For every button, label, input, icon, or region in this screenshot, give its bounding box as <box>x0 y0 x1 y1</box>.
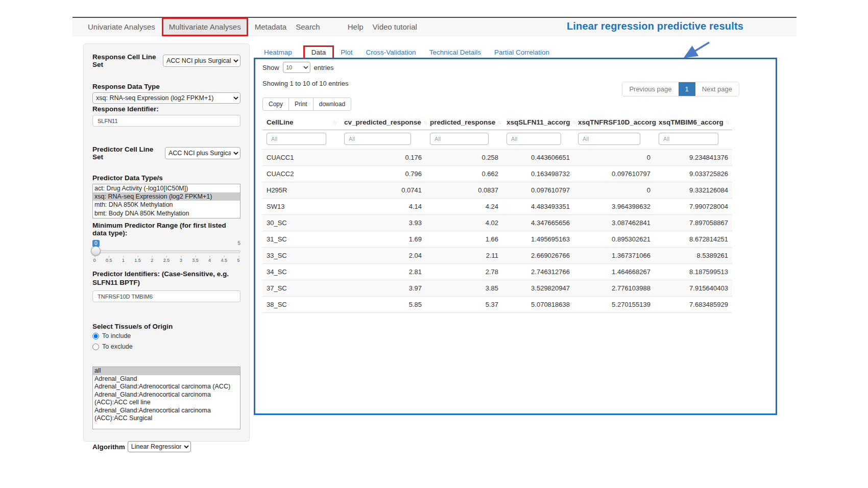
value-cell: 9.033725826 <box>655 166 732 182</box>
tissue-origin-option[interactable]: all <box>93 367 240 375</box>
sort-arrows-icon: ↑↓ <box>572 119 575 125</box>
results-table: CellLine↑↓cv_predicted_response↑↓predict… <box>262 114 732 313</box>
tab-heatmap[interactable]: Heatmap <box>264 48 292 56</box>
table-row: 33_SC2.042.112.6690267661.3673710668.538… <box>262 248 732 264</box>
slider-handle[interactable] <box>91 246 101 256</box>
value-cell: 4.14 <box>340 199 426 215</box>
column-header-xsqslfn11_accorg[interactable]: xsqSLFN11_accorg↑↓ <box>502 114 574 130</box>
column-header-label: xsqTMBIM6_accorg <box>659 118 724 126</box>
column-header-cellline[interactable]: CellLine↑↓ <box>262 114 340 130</box>
value-cell: 4.02 <box>426 215 502 231</box>
value-cell: 2.04 <box>340 248 426 264</box>
value-cell: 8.187599513 <box>655 264 732 280</box>
page-length-select[interactable]: 10 <box>283 62 310 73</box>
cell-line-name: SW13 <box>262 199 340 215</box>
response-cell-line-set-select[interactable]: ACC NCI plus Surgical <box>163 55 240 67</box>
nav-multivariate-analyses[interactable]: Multivariate Analyses <box>162 17 248 36</box>
tissue-origin-option[interactable]: Adrenal_Gland:Adrenocortical carcinoma (… <box>93 383 240 391</box>
column-filter-input-xsqslfn11_accorg[interactable] <box>507 133 561 145</box>
show-entries-prefix: Show <box>262 64 279 71</box>
column-filter-input-cellline[interactable] <box>267 133 326 145</box>
slider-tick-label: 1 <box>122 258 125 263</box>
tab-data[interactable]: Data <box>303 45 334 59</box>
tissue-origin-option[interactable]: Adrenal_Gland:Adrenocortical carcinoma (… <box>93 407 240 423</box>
tab-technical-details[interactable]: Technical Details <box>429 48 481 56</box>
value-cell: 9.234841376 <box>655 150 732 166</box>
response-data-type-select[interactable]: xsq: RNA-seq Expression (log2 FPKM+1) <box>92 92 240 104</box>
predictor-datatype-option[interactable]: bmt: Body DNA 850K Methylation <box>93 209 240 217</box>
value-cell: 9.332126084 <box>655 182 732 199</box>
value-cell: 7.897058867 <box>655 215 732 231</box>
column-header-label: cv_predicted_response <box>344 118 421 126</box>
value-cell: 3.087462841 <box>574 215 655 231</box>
table-row: 31_SC1.691.661.4956951630.8953026218.672… <box>262 231 732 248</box>
value-cell: 1.495695163 <box>502 231 574 248</box>
value-cell: 5.070818638 <box>502 297 574 313</box>
next-page-button[interactable]: Next page <box>695 82 739 96</box>
previous-page-button[interactable]: Previous page <box>622 82 678 96</box>
slider-track[interactable] <box>92 250 240 253</box>
nav-help[interactable]: Help <box>343 18 368 35</box>
value-cell: 7.683485929 <box>655 297 732 313</box>
cell-line-name: 31_SC <box>262 231 340 248</box>
nav-search[interactable]: Search <box>291 18 325 35</box>
column-header-label: predicted_response <box>430 118 495 126</box>
value-cell: 3.964398632 <box>574 199 655 215</box>
column-filter-input-cv_predicted_response[interactable] <box>344 133 411 145</box>
pagination: Previous page 1 Next page <box>622 82 739 96</box>
value-cell: 2.746312766 <box>502 264 574 280</box>
nav-univariate-analyses[interactable]: Univariate Analyses <box>83 18 160 35</box>
tab-partial-correlation[interactable]: Partial Correlation <box>494 48 549 56</box>
tissue-origin-option[interactable]: Adrenal_Gland <box>93 375 240 383</box>
algorithm-select[interactable]: Linear Regression <box>128 441 191 452</box>
value-cell: 0 <box>574 182 655 199</box>
copy-button[interactable]: Copy <box>262 97 289 111</box>
column-header-cv_predicted_response[interactable]: cv_predicted_response↑↓ <box>340 114 426 130</box>
tissue-exclude-label: To exclude <box>102 343 133 350</box>
cell-line-name: 30_SC <box>262 215 340 231</box>
sort-arrows-icon: ↑↓ <box>423 119 426 125</box>
response-identifier-input[interactable] <box>92 115 240 127</box>
column-header-label: CellLine <box>267 118 294 126</box>
predictor-datatype-option[interactable]: act: Drug Activity (-log10[IC50M]) <box>93 184 240 192</box>
column-filter-input-xsqtmbim6_accorg[interactable] <box>659 133 718 145</box>
value-cell: 2.78 <box>426 264 502 280</box>
filter-cell <box>262 130 340 150</box>
tissue-origin-option[interactable]: Adrenal_Gland:Adrenocortical carcinoma (… <box>93 391 240 407</box>
predictor-identifiers-input[interactable] <box>92 290 240 302</box>
table-row: CUACC10.1760.2580.44360665109.234841376 <box>262 150 732 166</box>
value-cell: 2.669026766 <box>502 248 574 264</box>
column-filter-input-xsqtnfrsf10d_accorg[interactable] <box>578 133 640 145</box>
predictor-datatype-option[interactable]: mth: DNA 850K Methylation <box>93 201 240 209</box>
filter-cell <box>340 130 426 150</box>
nav-metadata[interactable]: Metadata <box>250 18 292 35</box>
column-header-xsqtnfrsf10d_accorg[interactable]: xsqTNFRSF10D_accorg↑↓ <box>574 114 655 130</box>
tissue-include-radio[interactable]: To include <box>92 332 240 339</box>
slider-tick-label: 2.5 <box>163 258 170 263</box>
value-cell: 0.163498732 <box>502 166 574 182</box>
tissue-include-radio-input[interactable] <box>92 333 99 339</box>
result-tabs: Heatmap Data Plot Cross-Validation Techn… <box>264 45 563 59</box>
table-row: 38_SC5.855.375.0708186385.2701551397.683… <box>262 297 732 313</box>
page-1-button[interactable]: 1 <box>679 82 695 96</box>
column-filter-input-predicted_response[interactable] <box>430 133 489 145</box>
tab-plot[interactable]: Plot <box>341 48 352 56</box>
tissue-exclude-radio-input[interactable] <box>92 344 99 350</box>
value-cell: 0.662 <box>426 166 502 182</box>
value-cell: 5.270155139 <box>574 297 655 313</box>
print-button[interactable]: Print <box>288 97 314 111</box>
predictor-data-types-listbox: act: Drug Activity (-log10[IC50M])xsq: R… <box>92 184 240 218</box>
response-cell-line-set-label: Response Cell Line Set <box>92 53 160 68</box>
predictor-datatype-option[interactable]: xsq: RNA-seq Expression (log2 FPKM+1) <box>93 192 240 201</box>
cell-line-name: 37_SC <box>262 280 340 297</box>
download-button[interactable]: download <box>313 97 351 111</box>
column-header-predicted_response[interactable]: predicted_response↑↓ <box>426 114 502 130</box>
cell-line-name: CUACC2 <box>262 166 340 182</box>
tab-cross-validation[interactable]: Cross-Validation <box>366 48 416 56</box>
column-header-xsqtmbim6_accorg[interactable]: xsqTMBIM6_accorg↑↓ <box>655 114 732 130</box>
predictor-cell-line-set-select[interactable]: ACC NCI plus Surgical <box>165 147 240 159</box>
nav-video-tutorial[interactable]: Video tutorial <box>368 18 422 35</box>
tissue-exclude-radio[interactable]: To exclude <box>92 343 240 350</box>
predictor-data-types-label: Predictor Data Type/s <box>92 174 240 182</box>
annotation-title: Linear regression predictive results <box>545 20 765 32</box>
